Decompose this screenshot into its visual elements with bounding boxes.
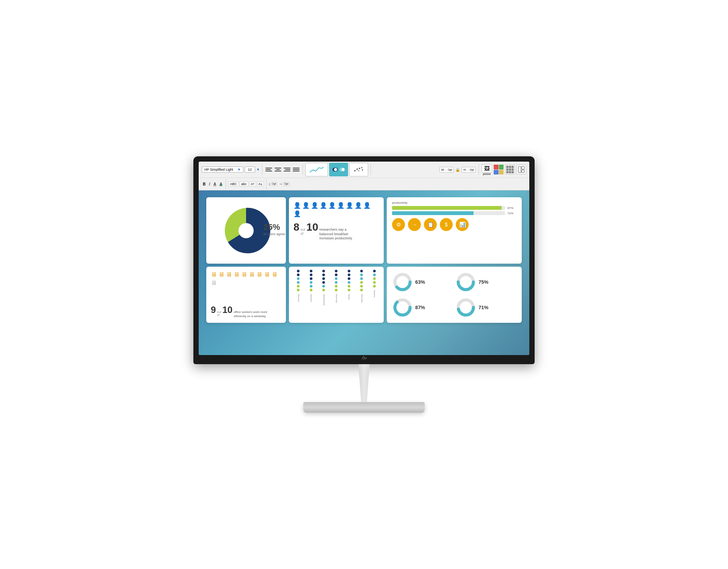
- svg-rect-12: [522, 170, 524, 173]
- dot-chart: monday tuesday: [292, 270, 381, 320]
- donut-svg-87: [392, 297, 413, 318]
- pie-sublabel: of users agree: [263, 232, 285, 236]
- subscript-btn[interactable]: A₂: [257, 181, 264, 187]
- svg-point-9: [362, 169, 363, 171]
- person-10: 👤: [293, 210, 301, 217]
- donut-pct-71: 71%: [479, 305, 488, 310]
- computer-icon-4: 🖥: [234, 271, 240, 278]
- toggle-chart-icon[interactable]: [329, 163, 348, 176]
- screen-content: HP Simplified Light ▼ 12 ▼: [199, 162, 529, 355]
- separator-3: [370, 164, 371, 175]
- width-input[interactable]: W. □ Opt: [439, 167, 454, 173]
- align-justify-btn[interactable]: [292, 166, 300, 173]
- layout-icon[interactable]: [516, 165, 526, 174]
- scatter-chart-icon[interactable]: [349, 163, 368, 176]
- monitor-chin: ℌ𝔭: [199, 355, 529, 360]
- computer-icon-1: 🖥: [211, 271, 217, 278]
- computer-icon-3: 🖥: [226, 271, 232, 278]
- dot-col-mon: monday: [292, 270, 304, 302]
- research-desc: researchers say a balanced breakfast inc…: [319, 228, 361, 241]
- middle-column: 👤 👤 👤 👤 👤 👤 👤 👤 👤 👤: [289, 197, 384, 348]
- color-palette-icon[interactable]: [494, 165, 504, 174]
- align-right-btn[interactable]: [283, 166, 291, 173]
- stat-out-of: out of: [217, 311, 221, 317]
- text-color-btn2[interactable]: A: [218, 182, 223, 187]
- arrow-icon-btn[interactable]: →: [408, 218, 421, 231]
- svg-point-7: [361, 167, 362, 168]
- day-mon: monday: [297, 294, 300, 302]
- font-selector[interactable]: HP Simplified Light ▼: [202, 167, 243, 173]
- computer-icon-10: 🖥: [211, 280, 217, 286]
- productivity-label: productivity: [392, 201, 516, 204]
- pie-percentage: 25%: [263, 222, 285, 232]
- day-wed: wednesday: [323, 294, 325, 305]
- abc-upper-btn[interactable]: ABC: [228, 181, 238, 187]
- day-sun: sunday: [373, 290, 375, 297]
- text-color-btn1[interactable]: A: [212, 182, 217, 187]
- svg-point-1: [334, 168, 337, 171]
- day-sat: saturday: [361, 294, 363, 303]
- abc-lower-btn[interactable]: abc: [240, 181, 248, 187]
- person-6: 👤: [337, 202, 345, 209]
- donut-item-71: 71%: [455, 296, 516, 319]
- picture-btn[interactable]: 🖼 picture: [482, 164, 492, 175]
- table-icon[interactable]: [505, 165, 515, 174]
- font-size-input[interactable]: 12: [245, 167, 255, 173]
- computer-grid: 🖥 🖥 🖥 🖥 🖥 🖥 🖥 🖥 🖥 🖥: [211, 271, 281, 286]
- height-input[interactable]: H. □ Opt: [461, 167, 476, 173]
- computer-icon-6: 🖥: [249, 271, 255, 278]
- svg-point-8: [358, 170, 359, 171]
- dollar-icon-btn[interactable]: $: [440, 218, 453, 231]
- indent-opt[interactable]: Opt: [271, 182, 277, 186]
- bar-fill-1: [392, 206, 502, 210]
- stat-10: 10: [222, 305, 232, 315]
- font-size-value: 12: [248, 168, 252, 171]
- person-8: 👤: [355, 202, 362, 209]
- font-size-dropdown[interactable]: ▼: [256, 168, 260, 171]
- clipboard-icon-btn[interactable]: 📋: [424, 218, 437, 231]
- person-3: 👤: [311, 202, 318, 209]
- person-5: 👤: [328, 202, 336, 209]
- bar-fill-2: [392, 211, 474, 215]
- italic-btn[interactable]: I: [208, 182, 211, 187]
- line-chart-icon[interactable]: [305, 163, 328, 176]
- donut-pct-87: 87%: [415, 305, 425, 310]
- computer-stat: 9 out of 10 office workers work more eff…: [211, 305, 281, 318]
- align-section: [265, 166, 300, 173]
- spacing-btn[interactable]: ↔ Opt: [279, 182, 289, 186]
- day-fri: friday: [348, 294, 350, 300]
- person-4: 👤: [320, 202, 327, 209]
- person-9: 👤: [363, 202, 371, 209]
- dot-col-sun: sunday: [368, 270, 381, 297]
- donut-item-63: 63%: [392, 270, 453, 294]
- hp-logo: ℌ𝔭: [361, 355, 367, 360]
- toolbar-right: W. □ Opt 🔒 H. □ Opt: [439, 164, 526, 175]
- height-label: H.: [463, 168, 466, 171]
- left-column: 25% of users agree 🖥 🖥 🖥: [206, 197, 286, 348]
- separator-4: [479, 164, 479, 175]
- font-name: HP Simplified Light: [204, 168, 233, 171]
- indent-up-btn[interactable]: ↕ Opt: [269, 182, 278, 186]
- monitor-outer: HP Simplified Light ▼ 12 ▼: [193, 156, 535, 364]
- person-1: 👤: [293, 202, 301, 209]
- dot-col-wed: wednesday: [317, 270, 330, 305]
- bold-btn[interactable]: B: [202, 182, 207, 187]
- donut-pct-63: 63%: [415, 279, 425, 285]
- superscript-btn[interactable]: A²: [249, 181, 256, 187]
- align-center-btn[interactable]: [274, 166, 282, 173]
- lock-icon[interactable]: 🔒: [455, 168, 460, 172]
- research-card: 👤 👤 👤 👤 👤 👤 👤 👤 👤 👤: [289, 197, 384, 264]
- spacing-opt[interactable]: Opt: [283, 182, 289, 186]
- bar-pct-2: 72%: [507, 212, 516, 215]
- person-2: 👤: [302, 202, 310, 209]
- chart-icon-btn[interactable]: 📊: [456, 218, 469, 231]
- gear-icon-btn[interactable]: ⚙: [392, 218, 405, 231]
- right-column: productivity 97%: [387, 197, 522, 348]
- donut-item-87: 87%: [392, 296, 453, 319]
- bar-pct-1: 97%: [507, 206, 516, 210]
- align-left-btn[interactable]: [265, 166, 273, 173]
- bar-track-2: [392, 211, 505, 215]
- donut-item-75: 75%: [455, 270, 516, 294]
- picture-label: picture: [483, 173, 491, 175]
- donut-grid: 63% 75%: [392, 270, 516, 319]
